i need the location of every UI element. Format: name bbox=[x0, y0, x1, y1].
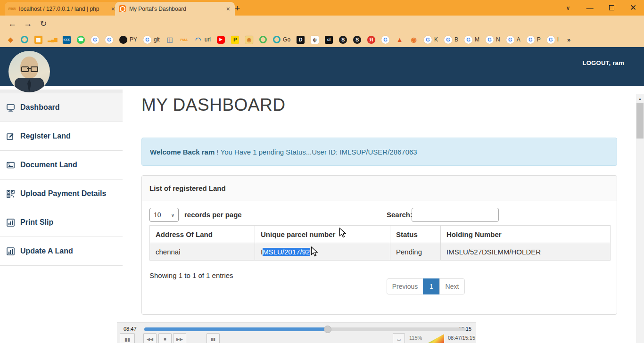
window-minimize-button[interactable]: — bbox=[579, 0, 601, 16]
bookmarks-overflow-icon[interactable]: » bbox=[565, 36, 573, 44]
monitor-icon bbox=[7, 104, 15, 112]
player-pause-button[interactable]: ▮▮ bbox=[120, 333, 135, 343]
pagination-next[interactable]: Next bbox=[439, 278, 465, 294]
search-input[interactable] bbox=[412, 208, 499, 222]
pose-icon[interactable]: ψ bbox=[311, 36, 319, 44]
player-next-button[interactable]: ▶▶ bbox=[173, 333, 186, 343]
player-playlist-button[interactable]: ▭ bbox=[393, 333, 405, 343]
col-status[interactable]: Status bbox=[390, 226, 441, 243]
duck-icon[interactable]: D bbox=[297, 36, 305, 44]
s-icon[interactable]: S bbox=[353, 36, 361, 44]
new-tab-button[interactable]: + bbox=[235, 2, 240, 15]
phpmyadmin-icon[interactable]: PMA bbox=[180, 36, 188, 44]
github-icon[interactable]: PY bbox=[119, 36, 137, 44]
analytics-icon[interactable]: ▂▄▆ bbox=[49, 36, 57, 44]
search-label: Search: bbox=[387, 211, 413, 219]
table-row[interactable]: chennai IMSLU/2017/92 Pending IMSLU/527D… bbox=[150, 243, 611, 261]
matlab-icon[interactable]: ▲ bbox=[396, 36, 404, 44]
kite-icon[interactable]: ◆ bbox=[7, 36, 15, 44]
player-previous-button[interactable]: ◀◀ bbox=[143, 333, 157, 343]
vault-icon[interactable]: ◫ bbox=[166, 36, 174, 44]
col-address[interactable]: Address Of Land bbox=[150, 226, 255, 243]
window-close-button[interactable]: ✕ bbox=[622, 0, 644, 16]
pagination: Previous 1 Next bbox=[387, 278, 465, 294]
google-icon[interactable]: GK bbox=[424, 36, 438, 44]
sidebar: Dashboard Register Land Document Land Up… bbox=[0, 90, 123, 266]
welcome-bold: Welcome Back ram bbox=[150, 148, 215, 156]
google-icon[interactable]: GI bbox=[547, 36, 559, 44]
p-icon[interactable]: P bbox=[231, 36, 239, 44]
eye-icon[interactable]: ◉ bbox=[410, 36, 418, 44]
google-icon[interactable]: GA bbox=[506, 36, 520, 44]
pagination-previous[interactable]: Previous bbox=[387, 278, 423, 294]
google-icon[interactable]: GP bbox=[527, 36, 541, 44]
records-per-page-select[interactable]: 10 ∨ bbox=[149, 208, 179, 222]
scrollbar-thumb[interactable] bbox=[636, 103, 644, 139]
page-scrollbar[interactable]: ▲ ▼ bbox=[636, 94, 644, 343]
ieee-icon[interactable]: IEEE bbox=[63, 36, 71, 44]
reload-button[interactable]: ↻ bbox=[37, 17, 50, 30]
site-header: LOGOUT, ram bbox=[0, 47, 644, 86]
tab-search-chevron-icon[interactable]: ∨ bbox=[557, 0, 579, 16]
cl-icon[interactable]: cl bbox=[325, 36, 333, 44]
sidebar-item-upload-payment-details[interactable]: Upload Payment Details bbox=[0, 180, 123, 208]
sidebar-item-dashboard[interactable]: Dashboard bbox=[0, 93, 123, 122]
image-icon bbox=[7, 161, 15, 169]
google-icon[interactable]: GM bbox=[464, 36, 479, 44]
col-holding[interactable]: Holding Number bbox=[441, 226, 611, 243]
xampp-favicon bbox=[119, 5, 126, 12]
whatsapp-icon[interactable]: ☎ bbox=[77, 36, 85, 44]
window-restore-button[interactable] bbox=[601, 0, 622, 16]
mouse-cursor-icon bbox=[310, 246, 319, 257]
tab-close-icon[interactable]: × bbox=[225, 5, 231, 13]
pagination-page-1[interactable]: 1 bbox=[423, 278, 440, 294]
sidebar-item-label: Print Slip bbox=[20, 218, 53, 227]
youtube-icon[interactable]: ▶ bbox=[217, 36, 225, 44]
sidebar-item-label: Update A Land bbox=[20, 247, 73, 255]
google-icon[interactable]: G bbox=[381, 36, 389, 44]
back-button[interactable]: ← bbox=[6, 17, 19, 30]
player-seek-thumb[interactable] bbox=[324, 326, 331, 333]
sidebar-item-document-land[interactable]: Document Land bbox=[0, 151, 123, 180]
godaddy-icon[interactable] bbox=[21, 36, 28, 43]
player-elapsed-time: 08:47 bbox=[124, 326, 137, 332]
qr-code-icon bbox=[7, 190, 15, 198]
google-icon[interactable]: GN bbox=[486, 36, 500, 44]
sidebar-item-update-a-land[interactable]: Update A Land bbox=[0, 237, 123, 266]
title-divider bbox=[141, 126, 617, 126]
speedtest-icon[interactable]: ◠url bbox=[194, 36, 211, 44]
player-time-display: 08:47/15:15 bbox=[448, 335, 475, 341]
showing-entries-text: Showing 1 to 1 of 1 entries bbox=[149, 271, 233, 279]
tab-phpmyadmin[interactable]: PMA localhost / 127.0.0.1 / land | php × bbox=[5, 2, 120, 16]
tab-title: My Portal's Dashboard bbox=[129, 6, 222, 12]
forward-button[interactable]: → bbox=[21, 17, 34, 30]
tab-my-portal-dashboard[interactable]: My Portal's Dashboard × bbox=[115, 2, 235, 16]
sidebar-item-print-slip[interactable]: Print Slip bbox=[0, 208, 123, 237]
bar-chart-icon bbox=[7, 219, 15, 227]
yandex-icon[interactable]: Я bbox=[367, 36, 375, 44]
google-icon[interactable]: Ggit bbox=[143, 36, 160, 44]
player-progress-fill bbox=[144, 327, 328, 331]
registered-land-panel: List of registered Land 10 ∨ records per… bbox=[141, 175, 617, 315]
sidebar-item-register-land[interactable]: Register Land bbox=[0, 122, 123, 151]
cell-parcel: IMSLU/2017/92 bbox=[255, 243, 390, 261]
sites-icon[interactable]: ▦ bbox=[34, 36, 42, 44]
scrollbar-up-icon[interactable]: ▲ bbox=[636, 95, 644, 102]
player-stop-button[interactable]: ■ bbox=[158, 333, 172, 343]
google-icon[interactable]: GB bbox=[444, 36, 458, 44]
recorder-icon[interactable]: ◉ bbox=[245, 36, 253, 44]
avatar bbox=[8, 51, 50, 92]
ring-icon[interactable] bbox=[259, 36, 267, 43]
player-seek-bar[interactable] bbox=[144, 327, 466, 331]
google-icon[interactable]: G bbox=[105, 36, 113, 44]
bar-chart-icon bbox=[7, 247, 15, 255]
player-zoom-level: 115% bbox=[409, 335, 422, 341]
s-icon[interactable]: S bbox=[339, 36, 347, 44]
browser-toolbar: ← → ↻ i localhost/land/myportal/index.ph… bbox=[0, 16, 644, 32]
logout-link[interactable]: LOGOUT, ram bbox=[582, 59, 624, 66]
col-parcel[interactable]: Unique parcel number bbox=[255, 226, 390, 243]
player-frame-step-button[interactable]: ▮▮ bbox=[206, 333, 220, 343]
godaddy-icon[interactable]: Go bbox=[273, 36, 290, 43]
records-per-page-label: records per page bbox=[184, 211, 242, 219]
google-icon[interactable]: G bbox=[91, 36, 99, 44]
